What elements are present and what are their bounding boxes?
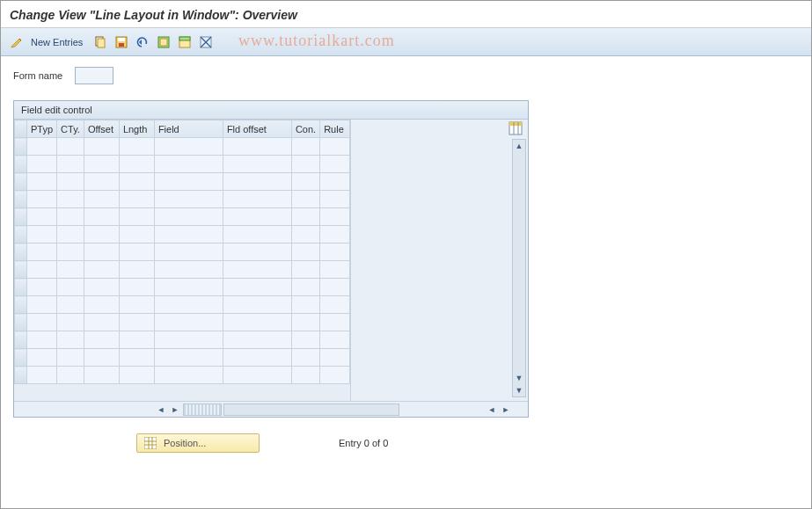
cell-fldoff[interactable] — [223, 191, 291, 208]
cell-length[interactable] — [119, 244, 154, 261]
cell-cty[interactable] — [57, 261, 84, 279]
copy-icon[interactable] — [91, 33, 109, 51]
cell-field[interactable] — [154, 138, 223, 156]
cell-con[interactable] — [291, 156, 319, 173]
cell-ptyp[interactable] — [27, 296, 57, 314]
col-fldoff[interactable]: Fld offset — [223, 120, 291, 138]
cell-cty[interactable] — [57, 367, 84, 384]
cell-con[interactable] — [291, 191, 319, 208]
table-row[interactable] — [15, 208, 350, 226]
row-selector[interactable] — [15, 314, 27, 331]
pencil-icon[interactable] — [8, 33, 26, 51]
cell-length[interactable] — [119, 226, 154, 244]
cell-offset[interactable] — [84, 191, 119, 208]
cell-length[interactable] — [119, 331, 154, 349]
table-row[interactable] — [15, 226, 350, 244]
cell-field[interactable] — [154, 244, 223, 261]
save-variant-icon[interactable] — [113, 33, 130, 51]
cell-cty[interactable] — [57, 208, 84, 226]
cell-field[interactable] — [154, 296, 223, 314]
row-selector[interactable] — [15, 226, 27, 244]
cell-offset[interactable] — [84, 226, 119, 244]
table-settings-icon[interactable] — [508, 121, 523, 135]
cell-cty[interactable] — [57, 156, 84, 173]
cell-ptyp[interactable] — [27, 226, 57, 244]
cell-rule[interactable] — [320, 279, 350, 296]
cell-field[interactable] — [154, 208, 223, 226]
table-row[interactable] — [15, 331, 350, 349]
row-selector[interactable] — [15, 138, 27, 156]
col-rule[interactable]: Rule — [320, 120, 350, 138]
cell-field[interactable] — [154, 331, 223, 349]
row-selector[interactable] — [15, 261, 27, 279]
cell-offset[interactable] — [84, 279, 119, 296]
cell-fldoff[interactable] — [223, 279, 291, 296]
cell-con[interactable] — [291, 226, 319, 244]
cell-field[interactable] — [154, 349, 223, 367]
cell-length[interactable] — [119, 156, 154, 173]
scroll-down-icon[interactable]: ▼ — [513, 372, 525, 384]
cell-cty[interactable] — [57, 138, 84, 156]
cell-cty[interactable] — [57, 191, 84, 208]
cell-length[interactable] — [119, 279, 154, 296]
cell-length[interactable] — [119, 314, 154, 331]
cell-ptyp[interactable] — [27, 138, 57, 156]
cell-cty[interactable] — [57, 244, 84, 261]
cell-con[interactable] — [291, 314, 319, 331]
cell-ptyp[interactable] — [27, 367, 57, 384]
cell-fldoff[interactable] — [223, 244, 291, 261]
cell-con[interactable] — [291, 279, 319, 296]
cell-con[interactable] — [291, 244, 319, 261]
col-field[interactable]: Field — [154, 120, 223, 138]
col-cty[interactable]: CTy. — [57, 120, 84, 138]
scroll-down2-icon[interactable]: ▼ — [513, 384, 525, 396]
form-name-input[interactable] — [75, 67, 113, 84]
cell-con[interactable] — [291, 173, 319, 191]
table-row[interactable] — [15, 314, 350, 331]
table-row[interactable] — [15, 191, 350, 208]
cell-fldoff[interactable] — [223, 349, 291, 367]
col-length[interactable]: Lngth — [119, 120, 154, 138]
cell-length[interactable] — [119, 208, 154, 226]
table-row[interactable] — [15, 244, 350, 261]
row-selector[interactable] — [15, 208, 27, 226]
cell-fldoff[interactable] — [223, 208, 291, 226]
cell-cty[interactable] — [57, 314, 84, 331]
cell-field[interactable] — [154, 261, 223, 279]
row-selector[interactable] — [15, 279, 27, 296]
cell-offset[interactable] — [84, 261, 119, 279]
row-selector[interactable] — [15, 191, 27, 208]
row-selector[interactable] — [15, 367, 27, 384]
table-row[interactable] — [15, 279, 350, 296]
cell-cty[interactable] — [57, 296, 84, 314]
field-grid[interactable]: PTyp CTy. Offset Lngth Field Fld offset … — [14, 120, 350, 384]
new-entries-button[interactable]: New Entries — [29, 37, 88, 47]
cell-fldoff[interactable] — [223, 156, 291, 173]
table-row[interactable] — [15, 156, 350, 173]
hscroll-track[interactable] — [223, 404, 399, 416]
cell-ptyp[interactable] — [27, 331, 57, 349]
cell-length[interactable] — [119, 367, 154, 384]
cell-con[interactable] — [291, 296, 319, 314]
row-selector[interactable] — [15, 173, 27, 191]
table-row[interactable] — [15, 261, 350, 279]
cell-ptyp[interactable] — [27, 208, 57, 226]
cell-offset[interactable] — [84, 349, 119, 367]
cell-ptyp[interactable] — [27, 314, 57, 331]
cell-rule[interactable] — [320, 138, 350, 156]
cell-fldoff[interactable] — [223, 296, 291, 314]
cell-cty[interactable] — [57, 279, 84, 296]
cell-rule[interactable] — [320, 314, 350, 331]
cell-rule[interactable] — [320, 261, 350, 279]
cell-length[interactable] — [119, 173, 154, 191]
cell-fldoff[interactable] — [223, 314, 291, 331]
cell-rule[interactable] — [320, 191, 350, 208]
cell-field[interactable] — [154, 279, 223, 296]
cell-rule[interactable] — [320, 296, 350, 314]
cell-offset[interactable] — [84, 331, 119, 349]
cell-cty[interactable] — [57, 173, 84, 191]
cell-ptyp[interactable] — [27, 156, 57, 173]
row-selector[interactable] — [15, 331, 27, 349]
scroll-left-icon[interactable]: ◄ — [155, 404, 167, 416]
cell-con[interactable] — [291, 367, 319, 384]
